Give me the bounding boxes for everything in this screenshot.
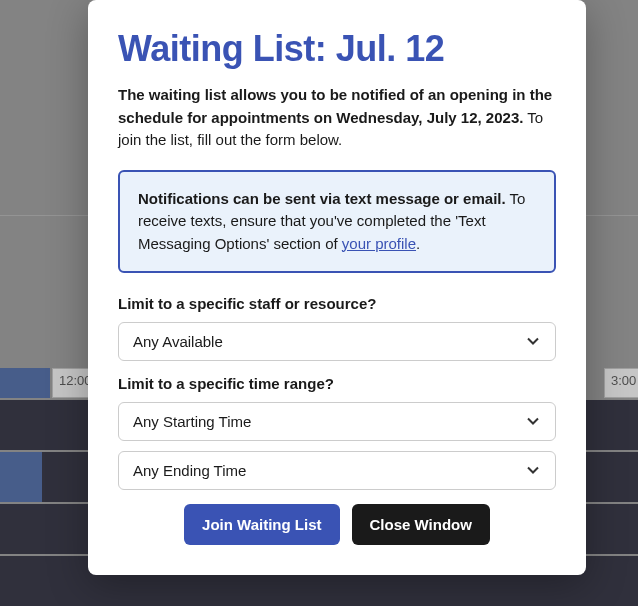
your-profile-link[interactable]: your profile <box>342 235 416 252</box>
modal-intro: The waiting list allows you to be notifi… <box>118 84 556 152</box>
join-waiting-list-button[interactable]: Join Waiting List <box>184 504 339 545</box>
modal-button-row: Join Waiting List Close Window <box>118 504 556 545</box>
modal-title: Waiting List: Jul. 12 <box>118 28 556 70</box>
start-time-value: Any Starting Time <box>133 413 251 430</box>
end-time-value: Any Ending Time <box>133 462 246 479</box>
close-window-button[interactable]: Close Window <box>352 504 490 545</box>
chevron-down-icon <box>525 412 541 431</box>
waiting-list-modal: Waiting List: Jul. 12 The waiting list a… <box>88 0 586 575</box>
staff-label: Limit to a specific staff or resource? <box>118 295 556 312</box>
staff-select-value: Any Available <box>133 333 223 350</box>
infobox-period: . <box>416 235 420 252</box>
time-label: Limit to a specific time range? <box>118 375 556 392</box>
chevron-down-icon <box>525 332 541 351</box>
end-time-select[interactable]: Any Ending Time <box>118 451 556 490</box>
start-time-select[interactable]: Any Starting Time <box>118 402 556 441</box>
notification-infobox: Notifications can be sent via text messa… <box>118 170 556 274</box>
staff-select[interactable]: Any Available <box>118 322 556 361</box>
modal-intro-bold: The waiting list allows you to be notifi… <box>118 86 552 126</box>
time-field-group: Limit to a specific time range? Any Star… <box>118 375 556 490</box>
chevron-down-icon <box>525 461 541 480</box>
staff-field-group: Limit to a specific staff or resource? A… <box>118 295 556 361</box>
infobox-bold: Notifications can be sent via text messa… <box>138 190 506 207</box>
